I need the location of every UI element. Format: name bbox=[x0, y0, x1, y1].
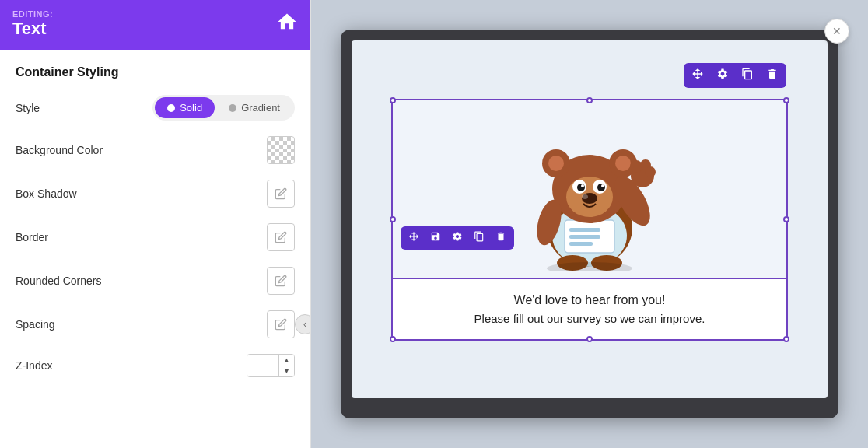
spacing-row: Spacing ‹ bbox=[16, 310, 295, 338]
editing-title: Text bbox=[12, 19, 53, 39]
widget-container: We'd love to hear from you! Please fill … bbox=[391, 99, 788, 341]
close-button[interactable]: ✕ bbox=[824, 19, 849, 44]
svg-point-17 bbox=[601, 184, 604, 187]
right-panel: ✕ bbox=[311, 0, 868, 448]
background-color-label: Background Color bbox=[16, 144, 103, 156]
rounded-corners-edit-button[interactable] bbox=[267, 267, 295, 295]
z-index-label: Z-Index bbox=[16, 359, 52, 372]
z-index-increment[interactable]: ▲ bbox=[279, 355, 294, 366]
section-title: Container Styling bbox=[16, 65, 295, 79]
z-index-row: Z-Index 0 ▲ ▼ bbox=[16, 354, 295, 377]
container-move-icon[interactable] bbox=[691, 68, 704, 83]
svg-rect-4 bbox=[569, 235, 600, 239]
device-screen: We'd love to hear from you! Please fill … bbox=[352, 40, 828, 398]
gradient-button[interactable]: Gradient bbox=[216, 97, 292, 118]
container-settings-icon[interactable] bbox=[716, 68, 729, 83]
selection-handle-tl[interactable] bbox=[390, 97, 396, 103]
text-save-icon[interactable] bbox=[430, 231, 441, 245]
canvas-area: We'd love to hear from you! Please fill … bbox=[352, 40, 828, 398]
device-frame: ✕ bbox=[341, 30, 838, 418]
style-label: Style bbox=[16, 102, 40, 114]
spacing-label: Spacing bbox=[16, 318, 55, 331]
editing-header: EDITING: Text bbox=[0, 0, 310, 50]
editing-label: EDITING: bbox=[12, 9, 53, 19]
style-toggle[interactable]: Solid Gradient bbox=[152, 95, 295, 121]
home-icon[interactable] bbox=[276, 11, 298, 37]
svg-point-16 bbox=[581, 184, 584, 187]
z-index-spinners: ▲ ▼ bbox=[278, 355, 294, 376]
text-delete-icon[interactable] bbox=[495, 231, 506, 245]
z-index-decrement[interactable]: ▼ bbox=[279, 366, 294, 376]
survey-text-2: Please fill out our survey so we can imp… bbox=[408, 312, 771, 325]
image-section bbox=[393, 100, 786, 279]
selection-handle-tm[interactable] bbox=[586, 97, 593, 103]
survey-text-1: We'd love to hear from you! bbox=[408, 293, 771, 307]
svg-point-14 bbox=[577, 184, 585, 191]
box-shadow-label: Box Shadow bbox=[16, 187, 77, 200]
border-row: Border bbox=[16, 223, 295, 251]
style-row: Style Solid Gradient bbox=[16, 95, 295, 121]
left-panel: EDITING: Text Container Styling Style So… bbox=[0, 0, 311, 448]
selection-handle-bl[interactable] bbox=[390, 336, 396, 342]
container-duplicate-icon[interactable] bbox=[741, 68, 754, 83]
box-shadow-edit-button[interactable] bbox=[267, 180, 295, 208]
selection-handle-bm[interactable] bbox=[586, 336, 593, 342]
z-index-field[interactable]: 0 bbox=[247, 355, 278, 376]
selection-handle-br[interactable] bbox=[783, 336, 789, 342]
rounded-corners-row: Rounded Corners bbox=[16, 267, 295, 295]
svg-point-24 bbox=[645, 166, 656, 177]
background-color-swatch[interactable] bbox=[267, 136, 295, 164]
rounded-corners-label: Rounded Corners bbox=[16, 275, 102, 287]
bear-illustration bbox=[512, 107, 667, 271]
text-toolbar bbox=[401, 226, 514, 250]
svg-rect-5 bbox=[569, 242, 593, 246]
spacing-edit-button[interactable] bbox=[267, 310, 295, 338]
container-toolbar bbox=[684, 63, 786, 88]
svg-point-8 bbox=[548, 156, 564, 171]
text-move-icon[interactable] bbox=[408, 231, 419, 245]
svg-rect-3 bbox=[569, 228, 600, 232]
z-index-input[interactable]: 0 ▲ ▼ bbox=[247, 354, 295, 377]
border-edit-button[interactable] bbox=[267, 223, 295, 251]
collapse-panel-button[interactable]: ‹ bbox=[295, 314, 310, 334]
selection-handle-ml[interactable] bbox=[390, 216, 396, 222]
selection-handle-mr[interactable] bbox=[783, 216, 789, 222]
text-section: We'd love to hear from you! Please fill … bbox=[393, 279, 786, 339]
border-label: Border bbox=[16, 231, 48, 243]
svg-point-10 bbox=[615, 156, 631, 171]
text-settings-icon[interactable] bbox=[452, 231, 463, 245]
editing-info: EDITING: Text bbox=[12, 9, 53, 39]
container-delete-icon[interactable] bbox=[766, 68, 779, 83]
svg-point-19 bbox=[582, 194, 588, 199]
background-color-row: Background Color bbox=[16, 136, 295, 164]
panel-body: Container Styling Style Solid Gradient B… bbox=[0, 50, 310, 448]
selection-handle-tr[interactable] bbox=[783, 97, 789, 103]
svg-point-15 bbox=[597, 184, 605, 191]
box-shadow-row: Box Shadow bbox=[16, 180, 295, 208]
text-duplicate-icon[interactable] bbox=[474, 231, 485, 245]
solid-button[interactable]: Solid bbox=[155, 97, 215, 118]
